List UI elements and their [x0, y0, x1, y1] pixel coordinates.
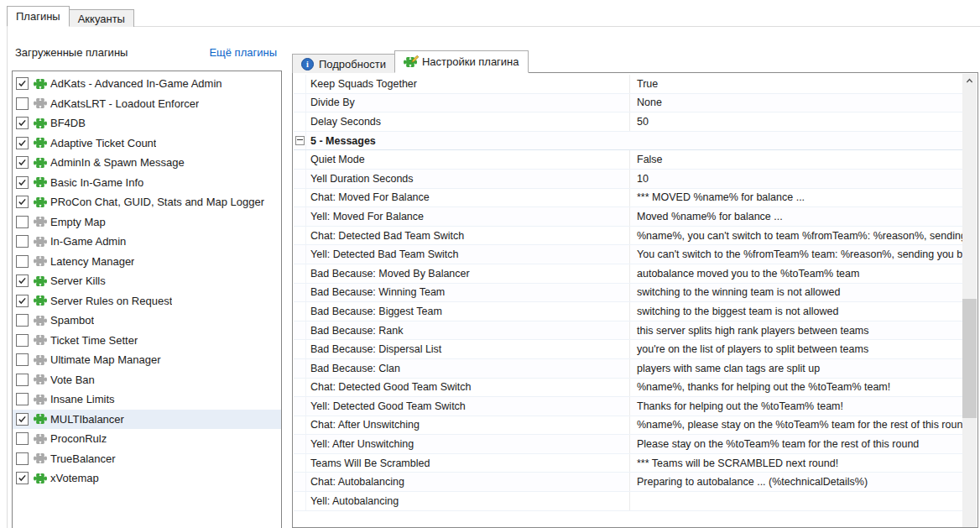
plugin-list-item[interactable]: Spambot [13, 311, 281, 331]
plugin-checkbox[interactable] [16, 393, 29, 405]
setting-value[interactable]: this server splits high rank players bet… [630, 322, 962, 340]
plugin-list-item[interactable]: Ticket Time Setter [13, 331, 281, 351]
setting-value[interactable]: *** MOVED %name% for balance ... [630, 189, 962, 207]
collapse-minus-icon[interactable] [295, 136, 305, 145]
setting-value[interactable]: %name%, thanks for helping out the %toTe… [630, 379, 962, 397]
setting-value[interactable]: Moved %name% for balance ... [630, 207, 962, 226]
plugin-checkbox[interactable] [16, 353, 29, 366]
scrollbar-thumb[interactable] [962, 299, 977, 418]
settings-row[interactable]: Delay Seconds50 [294, 112, 962, 132]
plugin-puzzle-icon [34, 452, 47, 465]
plugin-list-item[interactable]: MULTIbalancer [13, 410, 281, 430]
settings-row[interactable]: Yell Duration Seconds10 [294, 170, 962, 189]
plugin-list-item[interactable]: Vote Ban [13, 370, 281, 390]
settings-row[interactable]: Chat: Moved For Balance*** MOVED %name% … [294, 189, 962, 208]
plugin-list-item[interactable]: In-Game Admin [13, 232, 281, 252]
plugin-list-item[interactable]: TrueBalancer [13, 449, 281, 469]
settings-row[interactable]: Bad Because: Clanplayers with same clan … [294, 359, 962, 379]
settings-row[interactable]: Bad Because: Biggest Teamswitching to th… [294, 302, 962, 322]
settings-row[interactable]: Yell: Moved For BalanceMoved %name% for … [294, 207, 962, 227]
settings-row[interactable]: Yell: Detected Good Team SwitchThanks fo… [294, 397, 962, 416]
settings-row[interactable]: Teams Will Be Scrambled*** Teams will be… [294, 454, 962, 473]
settings-row[interactable]: Bad Because: Winning Teamswitching to th… [294, 284, 962, 303]
plugin-checkbox[interactable] [16, 255, 29, 268]
settings-row[interactable]: Yell: Detected Bad Team SwitchYou can't … [294, 245, 962, 264]
plugin-list-item[interactable]: Server Rules on Request [13, 291, 281, 311]
scrollbar-up-icon[interactable] [962, 74, 977, 88]
settings-scrollbar[interactable] [962, 74, 977, 527]
setting-value[interactable]: You can't switch to the %fromTeam% team:… [630, 245, 962, 264]
setting-value[interactable]: %name%, you can't switch to team %fromTe… [630, 227, 962, 245]
settings-row[interactable]: Bad Because: Rankthis server splits high… [294, 322, 962, 341]
plugin-list[interactable]: AdKats - Advanced In-Game AdminAdKatsLRT… [12, 71, 282, 528]
settings-row[interactable]: Keep Squads TogetherTrue [294, 75, 962, 94]
plugin-checkbox[interactable] [16, 452, 29, 465]
setting-value[interactable]: switching to the biggest team is not all… [630, 302, 962, 321]
plugin-list-item[interactable]: BF4DB [13, 113, 281, 133]
setting-value[interactable]: 10 [630, 170, 962, 188]
plugin-list-item[interactable]: Ultimate Map Manager [13, 350, 281, 370]
plugin-checkbox[interactable] [16, 176, 29, 189]
settings-group-row[interactable]: 5 - Messages [294, 132, 962, 151]
setting-value[interactable]: *** Teams will be SCRAMBLED next round! [630, 454, 962, 473]
plugin-name: MULTIbalancer [50, 413, 124, 426]
plugin-checkbox[interactable] [16, 77, 29, 90]
setting-value[interactable]: Please stay on the %toTeam% team for the… [630, 435, 962, 453]
tab-details[interactable]: iПодробности [292, 54, 395, 73]
settings-row[interactable]: Chat: Detected Good Team Switch%name%, t… [294, 379, 962, 398]
more-plugins-link[interactable]: Ещё плагины [209, 46, 277, 59]
plugin-checkbox[interactable] [16, 97, 29, 110]
setting-value[interactable]: 50 [630, 112, 962, 131]
setting-value[interactable]: None [630, 94, 962, 112]
plugin-checkbox[interactable] [16, 432, 29, 445]
tab-plugin-settings[interactable]: Настройки плагина [394, 50, 529, 73]
plugin-checkbox[interactable] [16, 235, 29, 248]
settings-row[interactable]: Yell: Autobalancing [294, 492, 962, 511]
setting-value[interactable]: you're on the list of players to split b… [630, 340, 962, 358]
plugin-checkbox[interactable] [16, 137, 29, 149]
settings-row[interactable]: Chat: AutobalancingPreparing to autobala… [294, 473, 962, 492]
plugin-list-item[interactable]: PRoCon Chat, GUID, Stats and Map Logger [13, 192, 281, 212]
plugin-checkbox[interactable] [16, 413, 29, 426]
tab-accounts[interactable]: Аккуанты [69, 9, 134, 27]
setting-value[interactable]: players with same clan tags are split up [630, 359, 962, 378]
setting-value[interactable] [630, 492, 962, 510]
plugin-checkbox[interactable] [16, 295, 29, 307]
settings-row[interactable]: Divide ByNone [294, 94, 962, 113]
setting-value[interactable]: autobalance moved you to the %toTeam% te… [630, 264, 962, 283]
plugin-list-item[interactable]: AdKatsLRT - Loadout Enforcer [13, 94, 281, 114]
setting-value[interactable]: %name%, please stay on the %toTeam% team… [630, 416, 962, 435]
plugin-list-item[interactable]: Basic In-Game Info [13, 173, 281, 193]
plugin-checkbox[interactable] [16, 334, 29, 347]
plugin-checkbox[interactable] [16, 216, 29, 228]
setting-value[interactable]: switching to the winning team is not all… [630, 284, 962, 302]
settings-row[interactable]: Bad Because: Dispersal Listyou're on the… [294, 340, 962, 359]
setting-value[interactable]: Thanks for helping out the %toTeam% team… [630, 397, 962, 416]
plugin-list-item[interactable]: xVotemap [13, 468, 281, 489]
settings-row[interactable]: Yell: After UnswitchingPlease stay on th… [294, 435, 962, 454]
plugin-list-item[interactable]: AdKats - Advanced In-Game Admin [13, 74, 281, 94]
plugin-checkbox[interactable] [16, 196, 29, 208]
setting-value[interactable]: True [630, 75, 962, 93]
settings-row[interactable]: Chat: After Unswitching%name%, please st… [294, 416, 962, 436]
plugin-list-item[interactable]: AdminIn & Spawn Message [13, 153, 281, 173]
plugin-list-item[interactable]: ProconRulz [13, 429, 281, 449]
plugin-checkbox[interactable] [16, 274, 29, 287]
plugin-checkbox[interactable] [16, 117, 29, 129]
tab-plugins[interactable]: Плагины [7, 6, 70, 27]
plugin-list-item[interactable]: Adaptive Ticket Count [13, 133, 281, 154]
row-margin[interactable] [294, 132, 306, 150]
setting-value[interactable]: False [630, 150, 962, 169]
plugin-checkbox[interactable] [16, 374, 29, 386]
plugin-list-item[interactable]: Insane Limits [13, 389, 281, 410]
plugin-list-item[interactable]: Server Kills [13, 271, 281, 291]
plugin-checkbox[interactable] [16, 472, 29, 484]
plugin-list-item[interactable]: Empty Map [13, 212, 281, 233]
settings-row[interactable]: Chat: Detected Bad Team Switch%name%, yo… [294, 227, 962, 246]
plugin-list-item[interactable]: Latency Manager [13, 252, 281, 272]
settings-row[interactable]: Bad Because: Moved By Balancerautobalanc… [294, 264, 962, 284]
settings-row[interactable]: Quiet ModeFalse [294, 150, 962, 170]
plugin-checkbox[interactable] [16, 156, 29, 169]
setting-value[interactable]: Preparing to autobalance ... (%technical… [630, 473, 962, 491]
plugin-checkbox[interactable] [16, 314, 29, 327]
